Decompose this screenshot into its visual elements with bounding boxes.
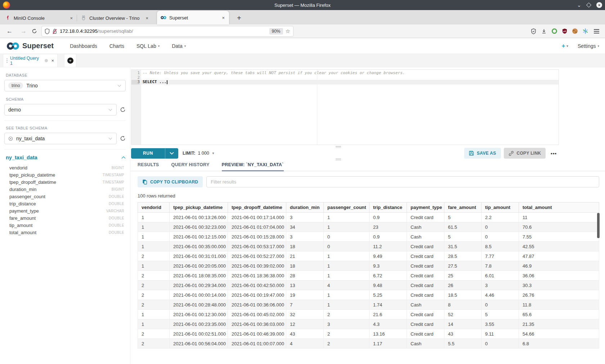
pane-resize-handle[interactable] [336,159,341,160]
forward-icon[interactable]: → [18,28,30,35]
back-icon[interactable]: ← [4,28,15,35]
chevron-up-icon[interactable] [121,156,126,159]
ublock-icon[interactable]: uO [562,28,567,34]
browser-tab-minio[interactable]: MinIO Console × [1,12,77,24]
table-row[interactable]: 12021-06-01 00:20:05.0002021-06-01 00:39… [138,261,599,271]
download-icon[interactable] [541,28,547,34]
column-type: BIGINT [112,187,124,191]
window-maximize-icon[interactable] [586,3,591,8]
extension-snowflake-icon[interactable] [583,28,588,34]
tab-results[interactable]: RESULTS [138,162,159,171]
copy-to-clipboard-button[interactable]: COPY TO CLIPBOARD [138,176,203,187]
table-scrollbar[interactable] [597,213,600,238]
url-field[interactable]: 172.18.0.4:32295/superset/sqllab/ 90% ☆ [41,26,293,37]
column-row[interactable]: duration_min BIGINT [4,186,126,193]
new-tab-button[interactable]: + [233,14,245,24]
tab-preview[interactable]: PREVIEW: `NY_TAXI_DATA` [222,162,284,171]
table-row[interactable]: 22021-06-01 00:28:48.0002021-06-01 00:36… [138,300,599,310]
column-header[interactable]: vendorid [138,203,170,213]
window-close-icon[interactable]: × [596,2,602,8]
results-pane: RESULTS QUERY HISTORY PREVIEW: `NY_TAXI_… [130,162,605,349]
column-row[interactable]: fare_amount DOUBLE [4,214,126,222]
filter-results-input[interactable] [206,176,599,187]
window-minimize-icon[interactable]: ⌄ [577,3,581,8]
table-row[interactable]: 12021-06-01 00:32:23.0002021-06-01 01:07… [138,222,599,232]
caret-down-icon: ▾ [597,44,599,48]
database-select[interactable]: trino Trino [4,80,126,91]
query-tab-close-icon[interactable]: × [51,58,54,63]
bookmark-star-icon[interactable]: ☆ [286,28,290,35]
new-item-button[interactable]: +▾ [561,42,568,50]
column-type: BIGINT [112,166,124,170]
extension-privacy-icon[interactable] [552,28,557,34]
column-header[interactable]: tpep_pickup_datetime [170,203,228,213]
table-row[interactable]: 22021-06-01 00:29:34.0002021-06-01 00:42… [138,281,599,290]
table-row[interactable]: 22021-06-01 00:56:04.0002021-06-01 01:00… [138,339,599,349]
superset-brand[interactable]: Superset [6,42,54,50]
sql-editor[interactable]: 1 2 3 -- Note: Unless you save your quer… [131,69,559,145]
column-header[interactable]: passenger_count [324,203,369,213]
table-row[interactable]: 22021-06-01 00:00:14.0002021-06-01 00:19… [138,290,599,300]
editor-code-area[interactable]: -- Note: Unless you save your query, the… [141,70,559,145]
column-row[interactable]: vendorid BIGINT [4,164,126,171]
tab-close-icon[interactable]: × [69,15,73,21]
table-row[interactable]: 12021-06-01 00:23:35.0002021-06-01 00:36… [138,319,599,329]
nav-item-charts[interactable]: Charts [103,43,130,49]
settings-menu[interactable]: Settings▾ [578,43,599,49]
extension-shield-icon[interactable] [531,28,536,34]
column-row[interactable]: payment_type VARCHAR [4,207,126,214]
refresh-schemas-icon[interactable] [120,107,126,113]
table-row[interactable]: 12021-06-01 00:13:26.0002021-06-01 00:17… [138,213,599,222]
column-header[interactable]: duration_min [286,203,324,213]
run-button-label[interactable]: RUN [131,148,165,159]
menu-icon[interactable] [593,28,600,34]
column-header[interactable]: payment_type [407,203,444,213]
reload-icon[interactable] [32,28,37,34]
tab-close-icon[interactable]: × [145,15,149,21]
copy-link-button[interactable]: COPY LINK [504,148,546,159]
schema-select[interactable]: demo [4,104,117,115]
more-options-button[interactable]: ••• [548,151,559,156]
column-row[interactable]: tpep_pickup_datetime TIMESTAMP [4,171,126,178]
nav-item-sql-lab[interactable]: SQL Lab▾ [130,43,166,49]
table-schema-header[interactable]: ny_taxi_data [6,155,126,160]
nav-item-dashboards[interactable]: Dashboards [64,43,103,49]
run-options-caret[interactable] [165,148,178,159]
refresh-tables-icon[interactable] [120,136,126,141]
pane-resize-handle[interactable] [336,146,341,148]
column-row[interactable]: tpep_dropoff_datetime TIMESTAMP [4,178,126,186]
column-header[interactable]: tpep_dropoff_datetime [228,203,286,213]
tab-close-icon[interactable]: × [221,15,225,21]
query-tab-active[interactable]: Untitled Query 1 × [3,54,58,67]
table-row[interactable]: 12021-06-01 00:12:30.0002021-06-01 00:45… [138,310,599,319]
run-button[interactable]: RUN [131,148,178,159]
zoom-level-badge[interactable]: 90% [269,28,283,35]
browser-tab-superset[interactable]: Superset × [157,11,229,24]
nav-item-data[interactable]: Data▾ [166,43,192,49]
column-header[interactable]: trip_distance [369,203,407,213]
column-row[interactable]: total_amount DOUBLE [4,229,126,236]
column-row[interactable]: tip_amount DOUBLE [4,222,126,229]
tracking-shield-icon[interactable] [45,28,50,34]
column-row[interactable]: trip_distance DOUBLE [4,200,126,207]
column-header[interactable]: tip_amount [481,203,519,213]
table-select[interactable]: ny_taxi_data [4,133,117,144]
add-query-tab-button[interactable]: + [64,54,76,67]
column-row[interactable]: passenger_count DOUBLE [4,193,126,200]
insecure-lock-icon[interactable] [52,28,57,34]
browser-tab-trino[interactable]: Cluster Overview - Trino × [77,12,153,24]
drag-dots-icon [6,58,8,63]
table-row[interactable]: 22021-06-01 00:31:01.0002021-06-01 00:52… [138,251,599,261]
save-as-button[interactable]: SAVE AS [464,148,501,159]
table-row[interactable]: 12021-06-01 00:35:00.0002021-06-01 00:53… [138,242,599,251]
cookie-icon[interactable] [572,28,578,34]
tab-query-history[interactable]: QUERY HISTORY [171,162,210,171]
caret-down-icon: ▾ [158,44,160,48]
table-row[interactable]: 22021-06-01 00:02:51.0002021-06-01 00:46… [138,329,599,339]
column-header[interactable]: total_amount [519,203,599,213]
url-text[interactable]: 172.18.0.4:32295/superset/sqllab/ [60,28,267,34]
column-header[interactable]: fare_amount [444,203,481,213]
table-row[interactable]: 22021-06-01 18:08:35.0002021-06-01 18:36… [138,271,599,281]
limit-dropdown[interactable]: LIMIT: 1 000 ▾ [183,151,214,156]
table-row[interactable]: 12021-06-01 00:12:15.0002021-06-01 00:15… [138,232,599,242]
